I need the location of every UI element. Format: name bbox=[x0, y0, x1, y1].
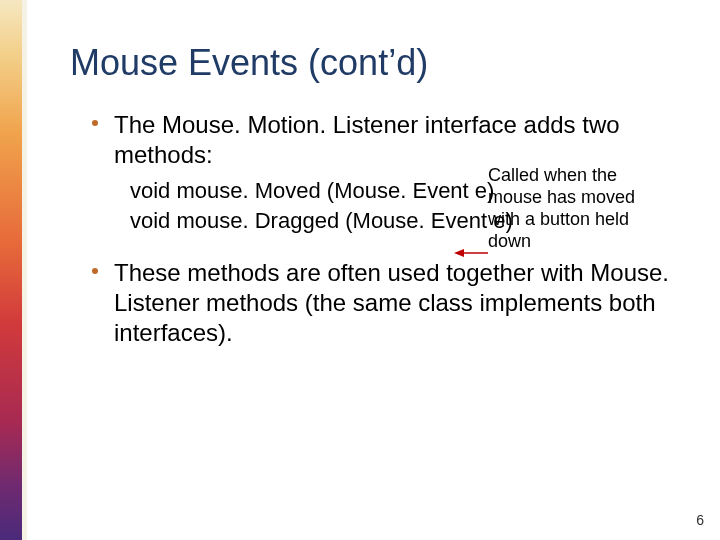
arrow-icon bbox=[454, 248, 488, 249]
bullet-dot-icon bbox=[92, 120, 98, 126]
bullet-item: The Mouse. Motion. Listener interface ad… bbox=[70, 110, 680, 170]
bullet-text: The Mouse. Motion. Listener interface ad… bbox=[114, 110, 680, 170]
slide-title: Mouse Events (cont’d) bbox=[70, 42, 680, 84]
svg-marker-1 bbox=[454, 249, 464, 257]
bullet-dot-icon bbox=[92, 268, 98, 274]
page-number: 6 bbox=[696, 512, 704, 528]
slide-body: Mouse Events (cont’d) The Mouse. Motion.… bbox=[0, 0, 720, 540]
callout-annotation: Called when the mouse has moved with a b… bbox=[488, 164, 658, 252]
bullet-item: These methods are often used together wi… bbox=[70, 258, 680, 348]
bullet-text: These methods are often used together wi… bbox=[114, 258, 680, 348]
